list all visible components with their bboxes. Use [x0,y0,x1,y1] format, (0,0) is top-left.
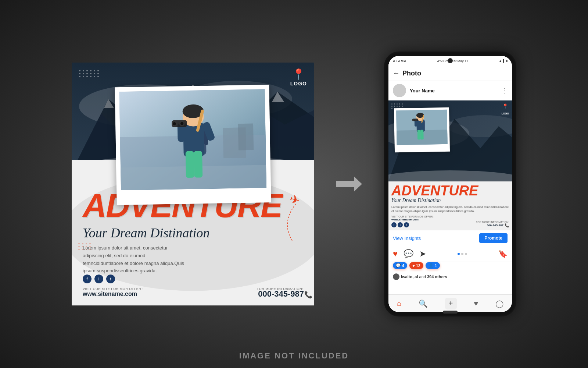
phone-icon: 📞 [304,291,312,299]
share-icon-sm: 👤 [429,263,434,268]
liked-avatar-1 [393,273,399,280]
liked-users: lwaito, al [401,275,418,279]
dotted-path-svg [274,200,303,244]
phone-mockup: ALAMA 4:50 PM | 1st May 17 ▲ ▌ ▮ ← Photo [384,52,516,316]
svg-rect-20 [186,151,194,178]
avatar [393,84,406,97]
pagination-dots [458,253,467,255]
phone-photo-frame [394,107,450,153]
phone-poster-area: 📍 LOGO [388,100,512,181]
poster-social-icons: f i t [83,275,115,283]
phone-phone-icon: 📞 [505,223,509,227]
home-button[interactable] [443,311,458,314]
hiker-illustration [119,89,266,190]
phone-website-block: VISIT OUR SITE FOR MOB OFFER: www.sitena… [391,215,434,227]
liked-and: and [419,275,427,279]
dot-2 [461,253,463,255]
wifi-icon: ▲ [499,59,502,63]
poster-photo-inner [119,89,266,190]
website-url: www.sitename.com [83,291,137,297]
phone-logo-pin: 📍 LOGO [501,103,509,116]
phone-location-icon: 📍 [501,103,509,109]
back-button[interactable]: ← [393,70,399,77]
promote-button[interactable]: Promote [479,233,508,243]
phone-hiker-svg [396,110,448,145]
phone-info-block: FOR MORE INFORMATION: 000-345-987 📞 [476,221,509,227]
phone-number: 000-345-987 [258,289,304,299]
insights-row: View Insights Promote [388,230,512,246]
svg-rect-41 [420,130,424,139]
carrier-name: ALAMA [393,59,407,63]
profile-nav-button[interactable]: ◯ [495,299,503,308]
liked-others-count: 394 others [427,275,447,279]
phone-photo-inner [396,110,448,145]
share-button[interactable]: ➤ [419,249,426,259]
profile-name: Your Name [410,88,497,93]
dot-3 [465,253,467,255]
social-media-poster: 📍 LOGO [72,63,314,305]
phone-tw-icon: t [404,222,409,227]
phone-outer-shell: ALAMA 4:50 PM | 1st May 17 ▲ ▌ ▮ ← Photo [384,52,516,316]
view-insights-button[interactable]: View Insights [393,236,421,241]
arrow-shape [336,177,362,191]
home-nav-button[interactable]: ⌂ [397,299,401,308]
website-label: VISIT OUR SITE FOR MOR OFFER : [83,287,143,291]
phone-logo-text: LOGO [501,112,509,115]
dot-1 [458,253,460,255]
poster-description: Lorem ipsum dolor sit amet, consectetur … [83,244,186,275]
nav-title: Photo [402,70,421,77]
poster-logo-pin: 📍 LOGO [290,68,307,87]
search-nav-button[interactable]: 🔍 [419,299,428,308]
facebook-icon: f [83,275,92,283]
main-layout: 📍 LOGO [0,0,588,368]
like-button[interactable]: ♥ [393,249,398,259]
comment-count: 4 [402,263,404,268]
location-pin-icon: 📍 [290,68,307,80]
phone-website-label: VISIT OUR SITE FOR MOB OFFER: [391,215,434,218]
svg-rect-12 [238,124,254,151]
signal-icon: ▌ [503,59,505,63]
phone-website-url: www.sitename.com [391,218,434,221]
phone-adventure-title: ADvENTURE [391,184,509,198]
profile-row: Your Name ⋮ [388,81,512,100]
battery-icon: ▮ [506,59,508,63]
phone-social: f i t [391,222,434,227]
poster-dots-top-left [79,70,100,77]
phone-poster-footer: VISIT OUR SITE FOR MOB OFFER: www.sitena… [391,215,509,227]
comment-icon-sm: 💬 [396,263,401,268]
phone-poster-content: ADvENTURE Your Dream Distination Lorem i… [388,181,512,230]
heart-icon-sm: ♥ [412,263,415,268]
svg-rect-40 [417,130,421,139]
footer-label: IMAGE NOT INCLUDED [239,351,349,361]
status-icons: ▲ ▌ ▮ [499,59,508,63]
phone-info-label: FOR MORE INFORMATION: [476,221,509,223]
like-badge: ♥ 12 [409,262,423,269]
heart-nav-button[interactable]: ♥ [474,299,478,308]
twitter-icon: t [106,275,115,283]
phone-ig-icon: i [398,222,403,227]
like-count: 12 [416,263,420,268]
phone-description: Lorem ipsum dolor sit amet, consectetur … [391,205,509,213]
poster-photo-frame [115,85,271,205]
direction-arrow [336,177,362,191]
bookmark-button[interactable]: 🔖 [498,250,508,258]
phone-phone-number: 000-345-987 [487,224,503,227]
more-options-button[interactable]: ⋮ [501,86,508,95]
phone-fb-icon: f [391,222,397,227]
svg-rect-21 [194,151,202,178]
comment-button[interactable]: 💬 [404,249,413,259]
actions-row: ♥ 💬 ➤ 🔖 [388,246,512,262]
comment-badge: 💬 4 [393,262,407,269]
liked-by-text: lwaito, al and 394 others [401,275,447,279]
share-count: 1 [435,263,437,268]
liked-by-row: lwaito, al and 394 others [388,272,512,283]
add-nav-button[interactable]: + [445,298,457,309]
poster-logo-text: LOGO [290,81,307,86]
badges-row: 💬 4 ♥ 12 👤 1 [388,262,512,272]
phone-bottom-nav: ⌂ 🔍 + ♥ ◯ [388,294,512,312]
share-badge: 👤 1 [426,262,440,269]
dream-subtitle: Your Dream Distination [83,225,209,241]
phone-screen: ALAMA 4:50 PM | 1st May 17 ▲ ▌ ▮ ← Photo [388,56,512,312]
app-nav-bar: ← Photo [388,66,512,81]
instagram-icon: i [94,275,103,283]
